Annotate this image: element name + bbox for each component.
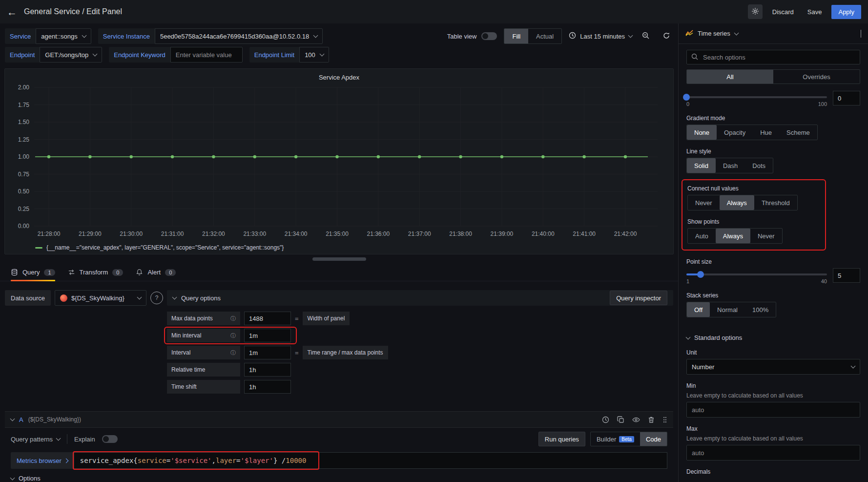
stack-normal-button[interactable]: Normal xyxy=(710,302,745,317)
gear-icon xyxy=(751,7,759,17)
gradient-opacity-button[interactable]: Opacity xyxy=(717,125,753,140)
slider-handle[interactable] xyxy=(697,271,704,278)
back-arrow-icon[interactable]: ← xyxy=(7,7,17,17)
standard-options-header[interactable]: Standard options xyxy=(686,334,860,341)
relative-time-input[interactable]: 1h xyxy=(244,363,291,377)
fill-opacity-slider[interactable] xyxy=(686,96,827,98)
tab-overrides[interactable]: Overrides xyxy=(773,70,860,84)
promql-expression[interactable]: service_apdex{service='$service', layer=… xyxy=(74,452,667,469)
database-icon xyxy=(11,269,18,276)
connect-nulls-group: Never Always Threshold xyxy=(687,195,798,210)
code-mode-button[interactable]: Code xyxy=(640,432,667,446)
time-shift-input[interactable]: 1h xyxy=(244,380,291,394)
query-options-header[interactable]: Query options Query inspector xyxy=(167,290,673,306)
options-search[interactable] xyxy=(686,50,860,64)
actual-option-button[interactable]: Actual xyxy=(528,29,561,43)
save-button[interactable]: Save xyxy=(804,5,826,19)
interval-input[interactable]: 1m xyxy=(244,346,291,359)
chevron-down-icon xyxy=(172,295,177,300)
gradient-hue-button[interactable]: Hue xyxy=(753,125,779,140)
timeseries-viz-icon xyxy=(685,29,693,38)
fill-actual-segment: Fill Actual xyxy=(504,28,562,44)
settings-gear-button[interactable] xyxy=(748,4,763,19)
metrics-browser-button[interactable]: Metrics browser xyxy=(11,452,74,469)
time-shift-label: Time shift xyxy=(167,380,240,394)
builder-mode-button[interactable]: Builder Beta xyxy=(591,432,640,446)
tab-all[interactable]: All xyxy=(687,70,773,84)
unit-select[interactable]: Number xyxy=(686,359,860,375)
chart-legend[interactable]: {__name__="service_apdex", layer="GENERA… xyxy=(9,244,669,252)
var-service-select[interactable]: agent::songs xyxy=(36,28,91,44)
options-search-input[interactable] xyxy=(702,53,855,62)
min-interval-input[interactable]: 1m xyxy=(244,329,291,342)
points-always-button[interactable]: Always xyxy=(716,229,750,243)
query-patterns-dropdown[interactable]: Query patterns xyxy=(11,436,60,443)
max-data-points-input[interactable]: 1488 xyxy=(244,312,291,325)
time-range-picker[interactable]: Last 15 minutes xyxy=(569,28,632,44)
connect-never-button[interactable]: Never xyxy=(688,195,720,210)
fill-opacity-value[interactable]: 0 xyxy=(833,91,860,105)
fill-option-button[interactable]: Fill xyxy=(504,29,528,43)
chevron-down-icon xyxy=(686,335,691,339)
chevron-down-icon xyxy=(851,364,856,369)
svg-text:21:32:00: 21:32:00 xyxy=(202,231,225,237)
options-body: All Overrides 0 100 0 Gradient mode xyxy=(679,44,868,482)
line-dots-button[interactable]: Dots xyxy=(745,158,773,173)
var-endpoint-select[interactable]: GET:/songs/top xyxy=(40,47,102,63)
table-view-toggle[interactable] xyxy=(481,32,497,40)
min-input[interactable] xyxy=(686,402,860,418)
var-endpoint-limit-select[interactable]: 100 xyxy=(299,47,329,63)
svg-text:21:35:00: 21:35:00 xyxy=(326,231,349,237)
drag-handle-icon[interactable] xyxy=(662,416,667,423)
tab-query[interactable]: Query 1 xyxy=(11,264,55,281)
stack-100-button[interactable]: 100% xyxy=(745,302,776,317)
visualization-picker[interactable]: Time series xyxy=(679,23,868,44)
var-instance-select[interactable]: 5eed0e5758a244aca6e7699415d360aa@10.52.0… xyxy=(155,28,323,44)
points-auto-button[interactable]: Auto xyxy=(688,229,716,243)
svg-text:21:34:00: 21:34:00 xyxy=(285,231,308,237)
line-dash-button[interactable]: Dash xyxy=(716,158,745,173)
question-icon: ? xyxy=(155,294,159,301)
apply-button[interactable]: Apply xyxy=(831,5,861,19)
collapse-pane-button[interactable] xyxy=(861,30,861,37)
time-shift-row: Time shift 1h xyxy=(167,380,673,394)
point-size-value[interactable]: 5 xyxy=(833,268,860,283)
max-input[interactable] xyxy=(686,445,860,461)
gradient-none-button[interactable]: None xyxy=(687,125,717,140)
builder-code-segment: Builder Beta Code xyxy=(590,432,667,446)
query-options-collapse[interactable]: Options xyxy=(5,469,673,482)
query-a-header[interactable]: A (${DS_SkyWalking}) xyxy=(5,411,673,428)
query-history-button[interactable] xyxy=(602,416,609,423)
points-never-button[interactable]: Never xyxy=(750,229,782,243)
point-size-label: Point size xyxy=(686,258,860,265)
connect-threshold-button[interactable]: Threshold xyxy=(754,195,797,210)
tab-alert[interactable]: Alert 0 xyxy=(136,264,176,281)
disable-query-button[interactable] xyxy=(632,416,640,423)
datasource-help-button[interactable]: ? xyxy=(150,292,163,304)
endpoint-keyword-input[interactable] xyxy=(170,47,243,63)
query-inspector-button[interactable]: Query inspector xyxy=(610,291,667,305)
var-endpoint-limit: Endpoint Limit 100 xyxy=(249,47,329,63)
panel-resize-handle[interactable] xyxy=(312,257,366,261)
svg-text:0.75: 0.75 xyxy=(18,171,30,178)
line-style-group: Solid Dash Dots xyxy=(686,158,773,173)
refresh-button[interactable] xyxy=(660,29,673,43)
divider xyxy=(67,434,67,444)
tab-transform[interactable]: Transform 0 xyxy=(68,264,124,281)
discard-button[interactable]: Discard xyxy=(768,5,798,19)
slider-handle[interactable] xyxy=(683,94,690,101)
stack-off-button[interactable]: Off xyxy=(687,302,710,317)
explain-toggle[interactable] xyxy=(102,435,118,443)
remove-query-button[interactable] xyxy=(648,416,655,423)
line-solid-button[interactable]: Solid xyxy=(687,158,716,173)
query-count-badge: 1 xyxy=(44,269,55,276)
point-size-slider[interactable] xyxy=(686,273,827,275)
run-queries-button[interactable]: Run queries xyxy=(538,432,585,446)
max-description: Leave empty to calculate based on all va… xyxy=(686,435,860,442)
zoom-out-button[interactable] xyxy=(639,29,653,43)
time-range-chip: Time range / max data points xyxy=(303,346,388,359)
duplicate-query-button[interactable] xyxy=(617,416,624,423)
gradient-scheme-button[interactable]: Scheme xyxy=(779,125,817,140)
connect-always-button[interactable]: Always xyxy=(720,195,754,210)
datasource-picker[interactable]: ${DS_SkyWalking} xyxy=(55,290,146,306)
